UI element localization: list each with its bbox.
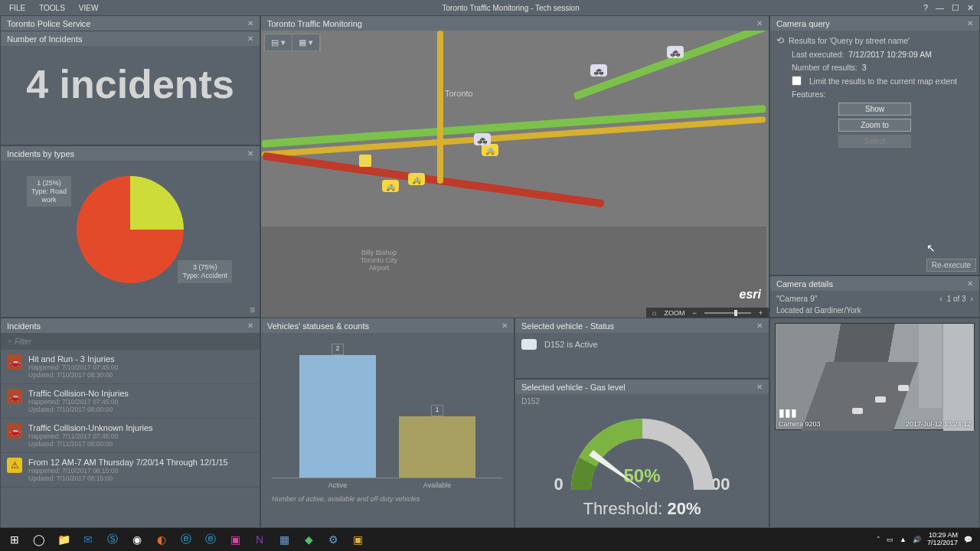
panel-close-icon[interactable]: ✕: [501, 321, 508, 330]
minimize-icon[interactable]: —: [936, 3, 944, 13]
close-icon[interactable]: ✕: [967, 3, 974, 13]
bar-chart: 2 1: [272, 333, 503, 478]
zoom-out-icon[interactable]: −: [692, 309, 696, 317]
threshold-value: 20%: [668, 499, 701, 518]
zoomto-button[interactable]: Zoom to: [838, 119, 911, 132]
chrome-icon[interactable]: ◉: [126, 530, 149, 549]
limit-results-label: Limit the results to the current map ext…: [809, 77, 957, 86]
gauge-min: 0: [554, 474, 564, 494]
car-icon: [521, 339, 537, 350]
app-icon[interactable]: ◆: [297, 530, 320, 549]
panel-close-icon[interactable]: ✕: [756, 19, 763, 28]
gauge-chart: 50%: [566, 413, 719, 490]
panel-close-icon[interactable]: ✕: [247, 321, 253, 330]
ie-icon[interactable]: ⓔ: [175, 530, 198, 549]
accident-icon: 🚗: [7, 354, 22, 370]
map-marker-taxi[interactable]: 🚕: [382, 180, 399, 192]
bar-label: Available: [399, 478, 475, 489]
outlook-icon[interactable]: ✉: [77, 530, 100, 549]
accident-icon: 🚗: [7, 389, 22, 404]
show-button[interactable]: Show: [838, 103, 911, 116]
incident-list-item[interactable]: 🚗Traffic Collision-Unknown InjuriesHappe…: [1, 419, 260, 453]
panel-close-icon[interactable]: ✕: [247, 149, 253, 158]
panel-title-types: Incidents by types: [7, 149, 74, 158]
onenote-icon[interactable]: N: [248, 530, 271, 549]
back-icon[interactable]: ⟲: [776, 35, 784, 46]
chart-note: Number of active, available and off-duty…: [261, 489, 514, 509]
app-icon[interactable]: ▣: [346, 530, 369, 549]
menu-view[interactable]: VIEW: [79, 4, 99, 12]
select-button: Select: [838, 135, 911, 148]
panel-close-icon[interactable]: ✕: [756, 321, 763, 330]
edge-icon[interactable]: ⓔ: [199, 530, 222, 549]
gauge-value: 50%: [623, 465, 660, 487]
incident-title: Hit and Run - 3 Injuries: [28, 354, 118, 364]
map-marker-taxi[interactable]: 🚕: [482, 144, 498, 156]
next-icon[interactable]: ›: [971, 295, 973, 303]
notifications-icon[interactable]: 💬: [964, 536, 972, 543]
map-basemap-button[interactable]: ▦ ▾: [292, 34, 320, 51]
incident-list-item[interactable]: 🚗Hit and Run - 3 InjuriesHappened: 7/10/…: [1, 350, 260, 384]
camera-name: "Camera 9": [776, 294, 818, 303]
app-icon[interactable]: ▦: [273, 530, 296, 549]
panel-title-tps: Toronto Police Service: [7, 19, 90, 28]
firefox-icon[interactable]: ◐: [150, 530, 173, 549]
battery-icon[interactable]: ▭: [887, 536, 893, 543]
panel-title-incidents: Incidents: [7, 321, 41, 331]
camera-feed-label: Camera 9203: [779, 420, 821, 428]
panel-close-icon[interactable]: ✕: [247, 19, 253, 28]
filter-icon: ▾: [7, 336, 11, 347]
pie-label-roadwork: 1 (25%) Type: Road work: [27, 176, 71, 207]
map-layers-button[interactable]: ▤ ▾: [265, 34, 292, 51]
last-exec-label: Last executed:: [792, 50, 844, 59]
panel-close-icon[interactable]: ✕: [967, 19, 973, 28]
panel-close-icon[interactable]: ✕: [247, 34, 253, 43]
reexecute-button[interactable]: Re-execute: [926, 259, 976, 272]
map-marker-police[interactable]: 🚓: [474, 133, 491, 145]
zoom-in-icon[interactable]: +: [759, 309, 763, 317]
prev-icon[interactable]: ‹: [939, 295, 942, 303]
map-canvas[interactable]: ▤ ▾ ▦ ▾ Toronto Billy Bishop Toronto Cit…: [261, 31, 769, 318]
volume-icon[interactable]: 🔊: [913, 536, 921, 543]
bar-value: 2: [332, 344, 344, 355]
limit-results-checkbox[interactable]: [792, 76, 802, 86]
last-exec-value: 7/12/2017 10:29:09 AM: [848, 50, 932, 59]
menu-file[interactable]: FILE: [9, 4, 25, 12]
skype-icon[interactable]: Ⓢ: [101, 530, 124, 549]
wifi-icon[interactable]: ▲: [900, 536, 906, 543]
chart-menu-icon[interactable]: ≡: [250, 305, 255, 315]
map-marker-police[interactable]: 🚓: [667, 46, 684, 58]
menu-tools[interactable]: TOOLS: [39, 4, 65, 12]
num-results-value: 3: [862, 63, 867, 72]
taskbar-clock[interactable]: 10:29 AM 7/12/2017: [927, 532, 958, 547]
panel-close-icon[interactable]: ✕: [756, 383, 763, 391]
tray-up-icon[interactable]: ˄: [877, 536, 880, 543]
zoom-slider[interactable]: [704, 312, 751, 314]
panel-close-icon[interactable]: ✕: [967, 279, 973, 288]
home-icon[interactable]: ⌂: [652, 309, 656, 317]
explorer-icon[interactable]: 📁: [52, 530, 75, 549]
incident-title: Traffic Collision-Unknown Injuries: [28, 423, 153, 432]
map-marker-warning-icon[interactable]: ⚠: [359, 155, 371, 167]
bar-label: Active: [299, 478, 376, 489]
cursor-icon: ↖: [926, 242, 936, 254]
map-zoom-control[interactable]: ⌂ ZOOM − +: [646, 308, 769, 318]
incident-title: From 12 AM-7 AM Thursday 7/20/14 Through…: [28, 458, 228, 467]
panel-title-count: Number of Incidents: [7, 34, 82, 44]
start-button[interactable]: ⊞: [3, 530, 26, 549]
filter-label[interactable]: Filter: [15, 337, 31, 346]
help-icon[interactable]: ?: [923, 3, 928, 13]
app-titlebar: FILE TOOLS VIEW Toronto Traffic Monitori…: [0, 0, 980, 15]
esri-logo: esri: [740, 288, 761, 302]
maximize-icon[interactable]: ☐: [952, 3, 959, 13]
incident-list-item[interactable]: 🚗Traffic Collision-No InjuriesHappened: …: [1, 384, 260, 419]
search-icon[interactable]: ◯: [28, 530, 51, 549]
camera-location: Located at Gardiner/York: [776, 303, 973, 315]
panel-title-gas: Selected vehicle - Gas level: [521, 383, 626, 392]
incident-updated: Updated: 7/10/2017 08:15:00: [28, 474, 228, 482]
map-marker-police[interactable]: 🚓: [590, 64, 607, 77]
settings-icon[interactable]: ⚙: [322, 530, 345, 549]
map-marker-taxi[interactable]: 🚕: [408, 173, 425, 185]
incident-list-item[interactable]: ⚠From 12 AM-7 AM Thursday 7/20/14 Throug…: [1, 453, 260, 487]
app-icon[interactable]: ▣: [224, 530, 247, 549]
